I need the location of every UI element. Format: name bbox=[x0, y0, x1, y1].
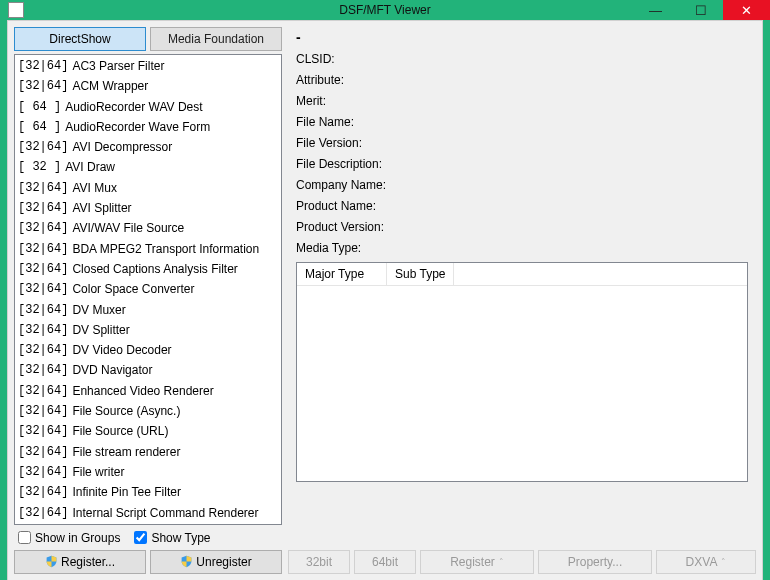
filter-name: AudioRecorder WAV Dest bbox=[65, 98, 202, 116]
list-item[interactable]: [ 64 ]AudioRecorder Wave Form bbox=[15, 117, 281, 137]
register-label: Register... bbox=[61, 555, 115, 569]
bits-tag: [32|64] bbox=[18, 219, 68, 237]
bits-tag: [32|64] bbox=[18, 341, 68, 359]
show-in-groups-checkbox[interactable]: Show in Groups bbox=[18, 531, 120, 545]
list-item[interactable]: [32|64]AVI Mux bbox=[15, 178, 281, 198]
media-type-table[interactable]: Major Type Sub Type bbox=[296, 262, 748, 482]
bits-tag: [32|64] bbox=[18, 321, 68, 339]
list-item[interactable]: [32|64]Internal Script Command Renderer bbox=[15, 503, 281, 523]
bits-tag: [32|64] bbox=[18, 77, 68, 95]
filter-name: Internal Script Command Renderer bbox=[72, 504, 258, 522]
list-item[interactable]: [32|64]File Source (URL) bbox=[15, 421, 281, 441]
bits-tag: [ 32 ] bbox=[18, 158, 61, 176]
filter-name: File Source (Async.) bbox=[72, 402, 180, 420]
companyname-label: Company Name: bbox=[296, 175, 748, 196]
window-buttons: — ☐ ✕ bbox=[633, 0, 770, 20]
show-type-checkbox[interactable]: Show Type bbox=[134, 531, 210, 545]
list-item[interactable]: [32|64]Enhanced Video Renderer bbox=[15, 381, 281, 401]
list-item[interactable]: [32|64]AC3 Parser Filter bbox=[15, 56, 281, 76]
merit-label: Merit: bbox=[296, 91, 748, 112]
bits-tag: [32|64] bbox=[18, 361, 68, 379]
list-item[interactable]: [32|64]File stream renderer bbox=[15, 442, 281, 462]
filter-name: AVI Draw bbox=[65, 158, 115, 176]
shield-icon bbox=[180, 555, 193, 568]
left-bottom: Show in Groups Show Type Register... bbox=[14, 528, 282, 574]
bits-tag: [32|64] bbox=[18, 382, 68, 400]
bits-tag: [32|64] bbox=[18, 57, 68, 75]
list-item[interactable]: [32|64]File Source (Async.) bbox=[15, 401, 281, 421]
right-bottom-buttons: 32bit 64bit Register ˄ Property... DXVA … bbox=[288, 550, 756, 574]
register-dropdown-label: Register bbox=[450, 555, 495, 569]
filter-name: AVI Splitter bbox=[72, 199, 131, 217]
titlebar[interactable]: DSF/MFT Viewer — ☐ ✕ bbox=[0, 0, 770, 20]
list-item[interactable]: [32|64]Color Space Converter bbox=[15, 279, 281, 299]
details-pane: - CLSID: Attribute: Merit: File Name: Fi… bbox=[288, 27, 756, 547]
attribute-label: Attribute: bbox=[296, 70, 748, 91]
chevron-up-icon: ˄ bbox=[721, 557, 726, 567]
show-type-input[interactable] bbox=[134, 531, 147, 544]
fileversion-label: File Version: bbox=[296, 133, 748, 154]
list-item[interactable]: [32|64]DV Video Decoder bbox=[15, 340, 281, 360]
show-in-groups-input[interactable] bbox=[18, 531, 31, 544]
bits-tag: [32|64] bbox=[18, 260, 68, 278]
sub-type-column[interactable]: Sub Type bbox=[387, 263, 454, 285]
unregister-button[interactable]: Unregister bbox=[150, 550, 282, 574]
filter-name: File Source (URL) bbox=[72, 422, 168, 440]
filter-name: File writer bbox=[72, 463, 124, 481]
close-button[interactable]: ✕ bbox=[723, 0, 770, 20]
client-area: DirectShow Media Foundation [32|64]AC3 P… bbox=[7, 20, 763, 580]
list-item[interactable]: [32|64]AVI Splitter bbox=[15, 198, 281, 218]
right-panel: - CLSID: Attribute: Merit: File Name: Fi… bbox=[288, 27, 756, 574]
filter-name: AC3 Parser Filter bbox=[72, 57, 164, 75]
media-type-header: Major Type Sub Type bbox=[297, 263, 747, 286]
filter-name: Infinite Pin Tee Filter bbox=[72, 483, 181, 501]
filter-name: AVI Mux bbox=[72, 179, 116, 197]
64bit-button[interactable]: 64bit bbox=[354, 550, 416, 574]
filter-name: Enhanced Video Renderer bbox=[72, 382, 213, 400]
maximize-button[interactable]: ☐ bbox=[678, 0, 723, 20]
filter-name: DV Video Decoder bbox=[72, 341, 171, 359]
left-panel: DirectShow Media Foundation [32|64]AC3 P… bbox=[14, 27, 282, 574]
list-item[interactable]: [32|64]AVI Decompressor bbox=[15, 137, 281, 157]
show-type-label: Show Type bbox=[151, 531, 210, 545]
app-window: DSF/MFT Viewer — ☐ ✕ DirectShow Media Fo… bbox=[0, 0, 770, 580]
32bit-button[interactable]: 32bit bbox=[288, 550, 350, 574]
chevron-up-icon: ˄ bbox=[499, 557, 504, 567]
filter-name: File stream renderer bbox=[72, 443, 180, 461]
list-item[interactable]: [32|64]ACM Wrapper bbox=[15, 76, 281, 96]
filter-name: DV Muxer bbox=[72, 301, 125, 319]
dxva-dropdown-button[interactable]: DXVA ˄ bbox=[656, 550, 756, 574]
register-dropdown-button[interactable]: Register ˄ bbox=[420, 550, 534, 574]
tab-mediafoundation[interactable]: Media Foundation bbox=[150, 27, 282, 51]
bits-tag: [ 64 ] bbox=[18, 98, 61, 116]
productversion-label: Product Version: bbox=[296, 217, 748, 238]
list-item[interactable]: [32|64]Closed Captions Analysis Filter bbox=[15, 259, 281, 279]
checkbox-row: Show in Groups Show Type bbox=[14, 528, 282, 550]
list-item[interactable]: [32|64]DV Muxer bbox=[15, 300, 281, 320]
bits-tag: [32|64] bbox=[18, 443, 68, 461]
list-item[interactable]: [32|64]Infinite Pin Tee Filter bbox=[15, 482, 281, 502]
filter-name: Color Space Converter bbox=[72, 280, 194, 298]
list-item[interactable]: [32|64]AVI/WAV File Source bbox=[15, 218, 281, 238]
major-type-column[interactable]: Major Type bbox=[297, 263, 387, 285]
bits-tag: [32|64] bbox=[18, 483, 68, 501]
window-title: DSF/MFT Viewer bbox=[339, 3, 431, 17]
mediatype-label: Media Type: bbox=[296, 238, 748, 259]
filter-name: AudioRecorder Wave Form bbox=[65, 118, 210, 136]
minimize-button[interactable]: — bbox=[633, 0, 678, 20]
list-item[interactable]: [32|64]BDA MPEG2 Transport Information bbox=[15, 239, 281, 259]
dxva-label: DXVA bbox=[686, 555, 718, 569]
list-item[interactable]: [ 64 ]AudioRecorder WAV Dest bbox=[15, 97, 281, 117]
filter-list[interactable]: [32|64]AC3 Parser Filter[32|64]ACM Wrapp… bbox=[14, 54, 282, 525]
filter-name-heading: - bbox=[296, 29, 748, 49]
list-item[interactable]: [ 32 ]AVI Draw bbox=[15, 157, 281, 177]
tab-directshow[interactable]: DirectShow bbox=[14, 27, 146, 51]
bits-tag: [32|64] bbox=[18, 138, 68, 156]
shield-icon bbox=[45, 555, 58, 568]
register-button[interactable]: Register... bbox=[14, 550, 146, 574]
list-item[interactable]: [32|64]DVD Navigator bbox=[15, 360, 281, 380]
list-item[interactable]: [32|64]File writer bbox=[15, 462, 281, 482]
list-item[interactable]: [32|64]DV Splitter bbox=[15, 320, 281, 340]
filter-name: ACM Wrapper bbox=[72, 77, 148, 95]
property-button[interactable]: Property... bbox=[538, 550, 652, 574]
